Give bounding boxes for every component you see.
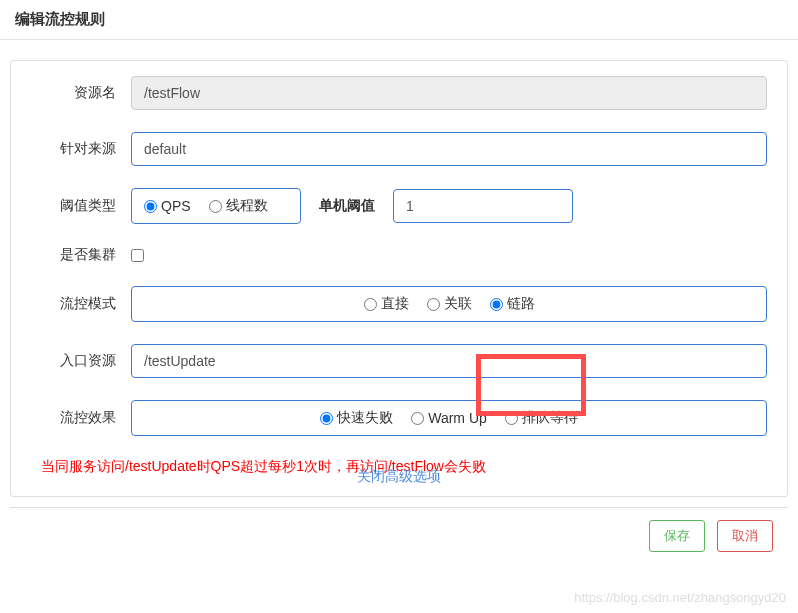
radio-direct[interactable]: 直接	[364, 295, 409, 313]
save-button[interactable]: 保存	[649, 520, 705, 552]
label-entry-resource: 入口资源	[31, 352, 131, 370]
radio-threads-label: 线程数	[226, 197, 268, 215]
edit-rule-modal: 编辑流控规则 资源名 针对来源 阈值类型 QPS	[0, 0, 798, 564]
radio-relate-label: 关联	[444, 295, 472, 313]
radio-relate[interactable]: 关联	[427, 295, 472, 313]
radio-warmup[interactable]: Warm Up	[411, 410, 487, 426]
modal-header: 编辑流控规则	[0, 0, 798, 40]
radio-queue-input[interactable]	[505, 412, 518, 425]
row-flow-effect: 流控效果 快速失败 Warm Up 排队等待	[31, 400, 767, 436]
label-flow-effect: 流控效果	[31, 409, 131, 427]
row-entry-resource: 入口资源	[31, 344, 767, 378]
row-cluster: 是否集群	[31, 246, 767, 264]
label-cluster: 是否集群	[31, 246, 131, 264]
threshold-value-input[interactable]	[393, 189, 573, 223]
cluster-checkbox[interactable]	[131, 249, 144, 262]
radio-fastfail-label: 快速失败	[337, 409, 393, 427]
cancel-button[interactable]: 取消	[717, 520, 773, 552]
radio-chain[interactable]: 链路	[490, 295, 535, 313]
row-limit-app: 针对来源	[31, 132, 767, 166]
modal-body: 资源名 针对来源 阈值类型 QPS 线程数	[10, 60, 788, 497]
modal-title: 编辑流控规则	[15, 10, 783, 29]
radio-threads-input[interactable]	[209, 200, 222, 213]
radio-direct-label: 直接	[381, 295, 409, 313]
radio-qps-label: QPS	[161, 198, 191, 214]
radio-threads[interactable]: 线程数	[209, 197, 268, 215]
label-threshold-value: 单机阈值	[301, 197, 393, 215]
flow-mode-box: 直接 关联 链路	[131, 286, 767, 322]
radio-warmup-input[interactable]	[411, 412, 424, 425]
limit-app-input[interactable]	[131, 132, 767, 166]
label-threshold-type: 阈值类型	[31, 197, 131, 215]
modal-footer: 保存 取消	[10, 507, 788, 564]
radio-qps[interactable]: QPS	[144, 198, 191, 214]
label-resource-name: 资源名	[31, 84, 131, 102]
radio-fastfail-input[interactable]	[320, 412, 333, 425]
row-resource-name: 资源名	[31, 76, 767, 110]
radio-chain-label: 链路	[507, 295, 535, 313]
row-flow-mode: 流控模式 直接 关联 链路	[31, 286, 767, 322]
resource-name-input	[131, 76, 767, 110]
radio-warmup-label: Warm Up	[428, 410, 487, 426]
label-limit-app: 针对来源	[31, 140, 131, 158]
radio-relate-input[interactable]	[427, 298, 440, 311]
radio-direct-input[interactable]	[364, 298, 377, 311]
radio-queue-label: 排队等待	[522, 409, 578, 427]
flow-effect-box: 快速失败 Warm Up 排队等待	[131, 400, 767, 436]
entry-resource-input[interactable]	[131, 344, 767, 378]
radio-queue[interactable]: 排队等待	[505, 409, 578, 427]
radio-qps-input[interactable]	[144, 200, 157, 213]
threshold-type-box: QPS 线程数	[131, 188, 301, 224]
radio-chain-input[interactable]	[490, 298, 503, 311]
radio-fastfail[interactable]: 快速失败	[320, 409, 393, 427]
label-flow-mode: 流控模式	[31, 295, 131, 313]
watermark: https://blog.csdn.net/zhangsongyd20	[574, 590, 786, 605]
row-threshold-type: 阈值类型 QPS 线程数 单机阈值	[31, 188, 767, 224]
